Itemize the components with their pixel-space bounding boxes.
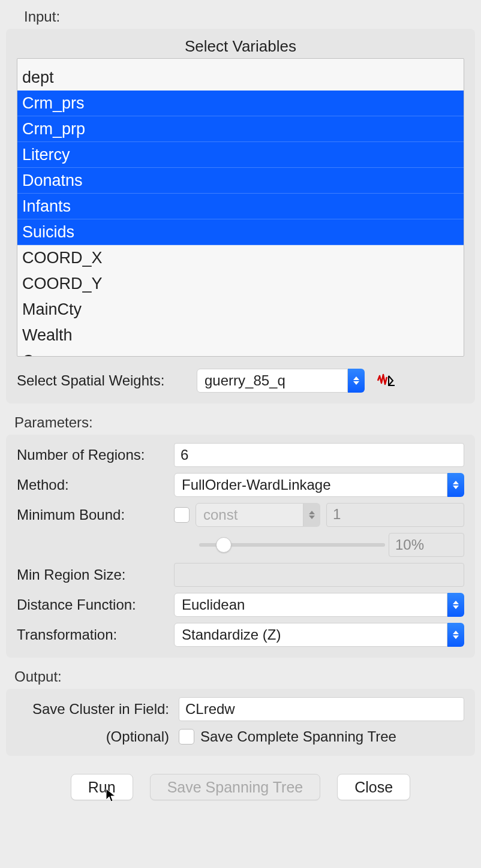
min-bound-label: Minimum Bound:	[17, 507, 174, 523]
variable-item[interactable]: Crm_prs	[17, 91, 464, 116]
output-panel: Save Cluster in Field: (Optional) Save C…	[6, 689, 475, 756]
variable-item[interactable]: Crm_prp	[17, 116, 464, 142]
optional-label: (Optional)	[17, 728, 179, 745]
spatial-weights-select[interactable]: guerry_85_q	[197, 369, 365, 393]
num-regions-label: Number of Regions:	[17, 447, 174, 463]
variable-item[interactable]	[17, 59, 464, 65]
distance-value: Euclidean	[174, 593, 447, 617]
save-field-input[interactable]	[179, 697, 464, 721]
variable-item[interactable]: Suicids	[17, 219, 464, 245]
min-bound-percent: 10%	[389, 533, 464, 557]
close-button[interactable]: Close	[337, 774, 410, 800]
min-bound-value: 1	[326, 503, 464, 527]
min-bound-checkbox[interactable]	[174, 507, 190, 523]
stepper-icon	[303, 503, 320, 527]
min-bound-select: const	[196, 503, 320, 527]
distance-select[interactable]: Euclidean	[174, 593, 464, 617]
variable-item[interactable]: Donatns	[17, 168, 464, 194]
variables-listbox[interactable]: deptCrm_prsCrm_prpLitercyDonatnsInfantsS…	[17, 58, 464, 357]
run-button[interactable]: Run	[71, 774, 133, 800]
min-bound-slider	[199, 536, 385, 554]
stepper-icon	[447, 473, 464, 497]
input-panel: Select Variables deptCrm_prsCrm_prpLiter…	[6, 29, 475, 403]
distance-label: Distance Function:	[17, 596, 174, 613]
spatial-weights-label: Select Spatial Weights:	[17, 372, 197, 389]
min-region-input	[174, 563, 464, 587]
save-spanning-tree-label: Save Spanning Tree	[167, 779, 303, 796]
output-section-label: Output:	[14, 668, 475, 685]
variable-item[interactable]: Commerc	[17, 348, 464, 357]
method-label: Method:	[17, 477, 174, 493]
min-region-label: Min Region Size:	[17, 566, 174, 583]
slider-thumb	[216, 537, 232, 553]
variable-item[interactable]: COORD_Y	[17, 271, 464, 297]
stepper-icon	[447, 623, 464, 647]
spatial-weights-value: guerry_85_q	[197, 369, 348, 393]
variable-item[interactable]: Litercy	[17, 142, 464, 168]
spanning-tree-checkbox-label: Save Complete Spanning Tree	[200, 728, 396, 745]
select-variables-title: Select Variables	[17, 37, 464, 56]
stepper-icon	[348, 369, 365, 393]
variable-item[interactable]: COORD_X	[17, 245, 464, 271]
button-row: Run Save Spanning Tree Close	[6, 774, 475, 800]
weights-tool-icon[interactable]	[377, 372, 397, 389]
variable-item[interactable]: Infants	[17, 194, 464, 219]
method-select[interactable]: FullOrder-WardLinkage	[174, 473, 464, 497]
save-spanning-tree-button: Save Spanning Tree	[150, 774, 321, 800]
spanning-tree-checkbox[interactable]	[179, 729, 194, 745]
num-regions-input[interactable]	[174, 443, 464, 467]
transform-label: Transformation:	[17, 626, 174, 643]
method-value: FullOrder-WardLinkage	[174, 473, 447, 497]
close-button-label: Close	[354, 779, 393, 796]
run-button-label: Run	[88, 779, 116, 796]
transform-value: Standardize (Z)	[174, 623, 447, 647]
parameters-panel: Number of Regions: Method: FullOrder-War…	[6, 435, 475, 658]
stepper-icon	[447, 593, 464, 617]
variable-item[interactable]: Wealth	[17, 323, 464, 348]
save-field-label: Save Cluster in Field:	[17, 701, 179, 718]
min-bound-select-value: const	[196, 503, 303, 527]
input-section-label: Input:	[24, 8, 475, 25]
parameters-section-label: Parameters:	[14, 414, 475, 431]
transform-select[interactable]: Standardize (Z)	[174, 623, 464, 647]
variable-item[interactable]: dept	[17, 65, 464, 91]
variable-item[interactable]: MainCty	[17, 297, 464, 323]
